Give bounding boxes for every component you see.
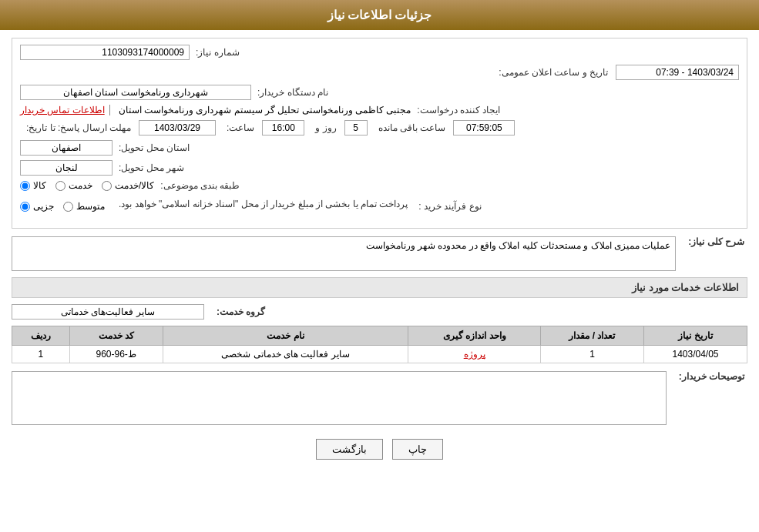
services-table: تاریخ نیاز تعداد / مقدار واحد اندازه گیر… bbox=[12, 326, 747, 363]
tarikh-shomara-row: 1403/03/24 - 07:39 تاریخ و ساعت اعلان عم… bbox=[20, 65, 739, 80]
separator bbox=[109, 105, 114, 115]
print-button[interactable]: چاپ bbox=[392, 439, 443, 460]
shomara-niaz-row: شماره نیاز: 1103093174000009 bbox=[20, 45, 739, 60]
tabaghebandi-label: طبقه بندی موضوعی: bbox=[160, 180, 240, 191]
mohlat-saat-remaining: 07:59:05 bbox=[453, 120, 515, 136]
sharh-niaz-value: عملیات ممیزی املاک و مستحدثات کلیه املاک… bbox=[12, 236, 676, 271]
ostan-value: اصفهان bbox=[20, 140, 113, 156]
ijad-konande-value: مجتبی کاظمی ورنامخواستی تحلیل گر سیستم ش… bbox=[119, 105, 411, 115]
ijad-konande-row: ایجاد کننده درخواست: مجتبی کاظمی ورنامخو… bbox=[20, 105, 739, 115]
mohlat-roz-label: روز و bbox=[315, 122, 336, 133]
tabaghebandi-khedmat[interactable]: خدمت bbox=[55, 180, 92, 191]
naam-dastgah-label: نام دستگاه خریدار: bbox=[257, 87, 328, 98]
nooe-jozi[interactable]: جزیی bbox=[20, 201, 54, 212]
col-header-radif: ردیف bbox=[12, 326, 70, 346]
tarikh-label: تاریخ و ساعت اعلان عمومی: bbox=[499, 67, 608, 78]
grohe-khedmat-value: سایر فعالیت‌های خدماتی bbox=[12, 304, 204, 320]
col-header-tarikh: تاریخ نیاز bbox=[643, 326, 747, 346]
mohlat-row: 07:59:05 ساعت باقی مانده 5 روز و 16:00 س… bbox=[20, 120, 739, 136]
tabaghebandi-kala[interactable]: کالا bbox=[20, 180, 46, 191]
cell-radif: 1 bbox=[12, 346, 70, 363]
shahr-label: شهر محل تحویل: bbox=[119, 162, 184, 173]
tosifat-label: توصیحات خریدار: bbox=[679, 371, 744, 382]
mohlat-time-value: 16:00 bbox=[262, 120, 304, 136]
ijad-konande-label: ایجاد کننده درخواست: bbox=[417, 105, 500, 115]
mohlat-label: مهلت ارسال پاسخ: تا تاریخ: bbox=[26, 122, 131, 133]
mohlat-time-label: ساعت: bbox=[227, 122, 254, 133]
nooe-farayand-note: پرداخت تمام یا بخشی از مبلغ خریدار از مح… bbox=[114, 196, 412, 212]
shomara-niaz-label: شماره نیاز: bbox=[196, 47, 240, 58]
col-header-vahed: واحد اندازه گیری bbox=[408, 326, 541, 346]
grohe-khedmat-row: گروه خدمت: سایر فعالیت‌های خدماتی bbox=[12, 304, 747, 320]
nooe-farayand-label: نوع فرآیند خرید : bbox=[418, 201, 481, 212]
tarikh-part: 1403/03/24 - 07:39 تاریخ و ساعت اعلان عم… bbox=[492, 65, 739, 80]
mohlat-saat-label: ساعت باقی مانده bbox=[378, 122, 446, 133]
sharh-niaz-label: شرح کلی نیاز: bbox=[688, 236, 744, 247]
col-header-tedad: تعداد / مقدار bbox=[541, 326, 644, 346]
page-title: جزئیات اطلاعات نیاز bbox=[327, 8, 432, 22]
grohe-khedmat-label: گروه خدمت: bbox=[217, 306, 265, 317]
ostan-label: استان محل تحویل: bbox=[119, 142, 190, 153]
page-header: جزئیات اطلاعات نیاز bbox=[0, 0, 759, 30]
bottom-buttons: چاپ بازگشت bbox=[12, 431, 747, 471]
cell-vahed: پروژه bbox=[408, 346, 541, 363]
cell-tedad: 1 bbox=[541, 346, 644, 363]
services-section-title: اطلاعات خدمات مورد نیاز bbox=[12, 277, 747, 298]
top-info-section: شماره نیاز: 1103093174000009 1403/03/24 … bbox=[12, 38, 747, 229]
cell-kod: ط-96-960 bbox=[69, 346, 163, 363]
mohlat-roz-value: 5 bbox=[344, 120, 368, 136]
tosifat-textarea[interactable] bbox=[12, 371, 667, 425]
shahr-value: لنجان bbox=[20, 160, 113, 176]
nooe-farayand-options: پرداخت تمام یا بخشی از مبلغ خریدار از مح… bbox=[20, 196, 412, 217]
tabaghebandi-row: طبقه بندی موضوعی: کالا/خدمت خدمت کالا bbox=[20, 180, 739, 191]
shomara-niaz-value: 1103093174000009 bbox=[20, 45, 190, 60]
tosifat-row: توصیحات خریدار: bbox=[12, 371, 747, 425]
nooe-motovaset[interactable]: متوسط bbox=[63, 201, 105, 212]
naam-dastgah-value: شهرداری ورنامخواست استان اصفهان bbox=[20, 85, 251, 100]
contact-link[interactable]: اطلاعات تماس خریدار bbox=[20, 105, 105, 115]
shahr-row: شهر محل تحویل: لنجان bbox=[20, 160, 739, 176]
page-wrapper: جزئیات اطلاعات نیاز شماره نیاز: 11030931… bbox=[0, 0, 759, 532]
col-header-naam: نام خدمت bbox=[163, 326, 408, 346]
main-content: شماره نیاز: 1103093174000009 1403/03/24 … bbox=[0, 30, 759, 479]
table-row: 1403/04/05 1 پروژه سایر فعالیت های خدمات… bbox=[12, 346, 747, 363]
cell-tarikh: 1403/04/05 bbox=[643, 346, 747, 363]
sharh-niaz-row: شرح کلی نیاز: عملیات ممیزی املاک و مستحد… bbox=[12, 236, 747, 271]
ostan-row: استان محل تحویل: اصفهان bbox=[20, 140, 739, 156]
naam-dastgah-row: نام دستگاه خریدار: شهرداری ورنامخواست اس… bbox=[20, 85, 739, 100]
tabaghebandi-options: کالا/خدمت خدمت کالا bbox=[20, 180, 154, 191]
tarikh-value: 1403/03/24 - 07:39 bbox=[616, 65, 739, 80]
mohlat-date-value: 1403/03/29 bbox=[139, 120, 216, 136]
nooe-farayand-row: نوع فرآیند خرید : پرداخت تمام یا بخشی از… bbox=[20, 196, 739, 217]
tabaghebandi-kala-khedmat[interactable]: کالا/خدمت bbox=[102, 180, 154, 191]
col-header-kod: کد خدمت bbox=[69, 326, 163, 346]
back-button[interactable]: بازگشت bbox=[316, 439, 383, 460]
cell-naam: سایر فعالیت های خدماتی شخصی bbox=[163, 346, 408, 363]
